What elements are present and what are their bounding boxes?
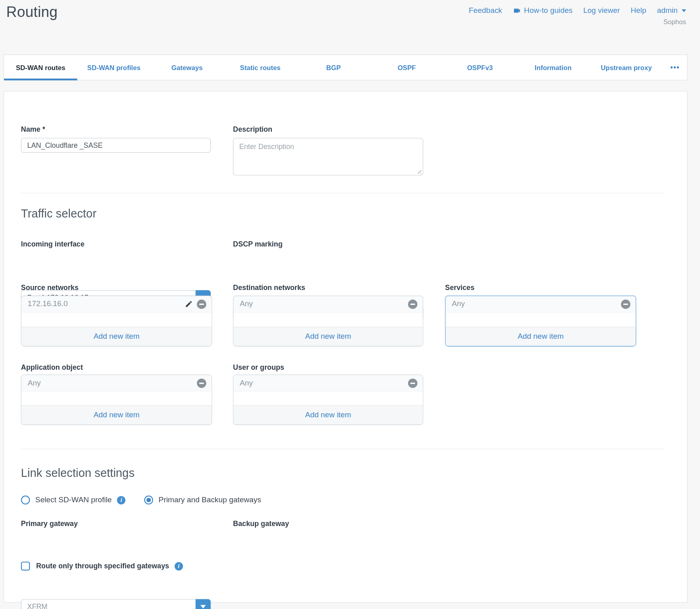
incoming-interface-label: Incoming interface <box>21 240 85 248</box>
list-item: Any <box>234 375 423 392</box>
tab-ospf[interactable]: OSPF <box>370 55 443 80</box>
link-selection-heading: Link selection settings <box>21 466 135 480</box>
dropdown-button[interactable] <box>195 599 211 609</box>
list-item-value: Any <box>28 379 197 387</box>
source-networks-label: Source networks <box>21 284 79 292</box>
how-to-guides-link[interactable]: How-to guides <box>513 6 572 15</box>
section-divider <box>21 449 664 449</box>
list-empty-area <box>21 313 211 327</box>
ellipsis-icon: ••• <box>670 63 679 72</box>
chevron-down-icon <box>201 605 206 609</box>
list-item: 172.16.16.0 <box>21 296 211 313</box>
brand-label: Sophos <box>469 18 686 25</box>
source-networks-box: 172.16.16.0 Add new item <box>21 296 212 346</box>
header-nav: Feedback How-to guides Log viewer Help a… <box>469 6 686 15</box>
tab-sd-wan-routes[interactable]: SD-WAN routes <box>4 55 77 80</box>
list-empty-area <box>445 313 636 327</box>
tab-static-routes[interactable]: Static routes <box>224 55 297 80</box>
tab-label: SD-WAN routes <box>16 64 65 71</box>
tab-information[interactable]: Information <box>516 55 590 80</box>
application-object-box: Any Add new item <box>21 375 212 425</box>
remove-icon[interactable] <box>197 299 206 309</box>
list-empty-area <box>21 392 211 405</box>
description-label: Description <box>233 125 273 133</box>
tab-bar: SD-WAN routes SD-WAN profiles Gateways S… <box>4 54 688 80</box>
radio-primary-backup-gateways[interactable] <box>144 495 153 504</box>
list-item: Any <box>234 296 423 313</box>
destination-networks-box: Any Add new item <box>233 296 423 346</box>
name-label: Name * <box>21 125 45 133</box>
page-title: Routing <box>6 4 58 21</box>
tab-label: SD-WAN profiles <box>87 64 141 71</box>
radio-label: Primary and Backup gateways <box>159 495 261 504</box>
services-box: Any Add new item <box>445 296 636 346</box>
application-object-label: Application object <box>21 363 83 371</box>
backup-gateway-label: Backup gateway <box>233 520 289 528</box>
add-new-item-button[interactable]: Add new item <box>234 327 423 346</box>
radio-label: Select SD-WAN profile <box>35 495 112 504</box>
list-item: Any <box>21 375 211 392</box>
feedback-link[interactable]: Feedback <box>469 6 502 15</box>
sd-wan-route-form: Name * Description Traffic selector Inco… <box>4 91 688 603</box>
tab-upstream-proxy[interactable]: Upstream proxy <box>590 55 663 80</box>
info-icon[interactable]: i <box>174 562 183 570</box>
chevron-down-icon <box>682 9 686 12</box>
header-right: Feedback How-to guides Log viewer Help a… <box>469 4 686 25</box>
add-new-item-button[interactable]: Add new item <box>21 405 211 425</box>
primary-gateway-value: XFRM <box>21 603 67 609</box>
routing-page: Routing Feedback How-to guides Log viewe… <box>0 0 700 609</box>
tab-label: OSPF <box>398 64 416 71</box>
tab-sd-wan-profiles[interactable]: SD-WAN profiles <box>77 55 151 80</box>
list-item-value: 172.16.16.0 <box>28 300 185 309</box>
add-new-item-button[interactable]: Add new item <box>234 405 423 425</box>
list-empty-area <box>234 313 423 327</box>
add-new-item-button[interactable]: Add new item <box>445 327 636 346</box>
tab-label: Information <box>535 64 572 71</box>
primary-gateway-select[interactable]: XFRM <box>21 599 211 609</box>
remove-icon[interactable] <box>408 378 417 387</box>
log-viewer-link[interactable]: Log viewer <box>583 6 620 15</box>
link-selection-options: Select SD-WAN profile i Primary and Back… <box>21 495 261 504</box>
tab-label: Static routes <box>240 64 281 71</box>
tab-gateways[interactable]: Gateways <box>151 55 224 80</box>
tab-label: Upstream proxy <box>601 64 652 71</box>
tab-bgp[interactable]: BGP <box>297 55 370 80</box>
tab-ospfv3[interactable]: OSPFv3 <box>443 55 517 80</box>
name-input[interactable] <box>21 138 211 153</box>
how-to-guides-label: How-to guides <box>524 6 572 15</box>
admin-label: admin <box>657 6 677 15</box>
route-only-checkbox[interactable] <box>21 561 30 570</box>
remove-icon[interactable] <box>197 378 206 387</box>
remove-icon[interactable] <box>621 299 630 309</box>
description-field-wrap <box>233 138 423 176</box>
section-divider <box>21 193 664 193</box>
radio-select-sd-wan-profile[interactable] <box>21 495 30 504</box>
list-item: Any <box>445 296 636 313</box>
primary-gateway-label: Primary gateway <box>21 520 78 528</box>
description-textarea[interactable] <box>233 138 423 176</box>
list-item-value: Any <box>452 300 621 309</box>
list-item-value: Any <box>240 379 408 387</box>
video-camera-icon <box>513 7 521 15</box>
route-only-label: Route only through specified gateways <box>36 562 169 570</box>
destination-networks-label: Destination networks <box>233 284 305 292</box>
list-item-value: Any <box>240 300 408 309</box>
info-icon[interactable]: i <box>117 496 126 504</box>
user-or-groups-label: User or groups <box>233 363 284 371</box>
page-header: Routing Feedback How-to guides Log viewe… <box>0 0 700 51</box>
edit-icon[interactable] <box>185 300 193 308</box>
traffic-selector-heading: Traffic selector <box>21 207 96 220</box>
tab-label: BGP <box>326 64 341 71</box>
list-empty-area <box>234 392 423 405</box>
services-label: Services <box>445 284 474 292</box>
admin-menu[interactable]: admin <box>657 6 686 15</box>
tab-overflow-menu[interactable]: ••• <box>663 55 687 80</box>
user-or-groups-box: Any Add new item <box>233 375 423 425</box>
add-new-item-button[interactable]: Add new item <box>21 327 211 346</box>
remove-icon[interactable] <box>408 299 417 309</box>
tab-label: OSPFv3 <box>467 64 493 71</box>
route-only-row: Route only through specified gateways i <box>21 561 183 570</box>
help-link[interactable]: Help <box>631 6 646 15</box>
tab-label: Gateways <box>172 64 203 71</box>
dscp-marking-label: DSCP marking <box>233 240 283 248</box>
